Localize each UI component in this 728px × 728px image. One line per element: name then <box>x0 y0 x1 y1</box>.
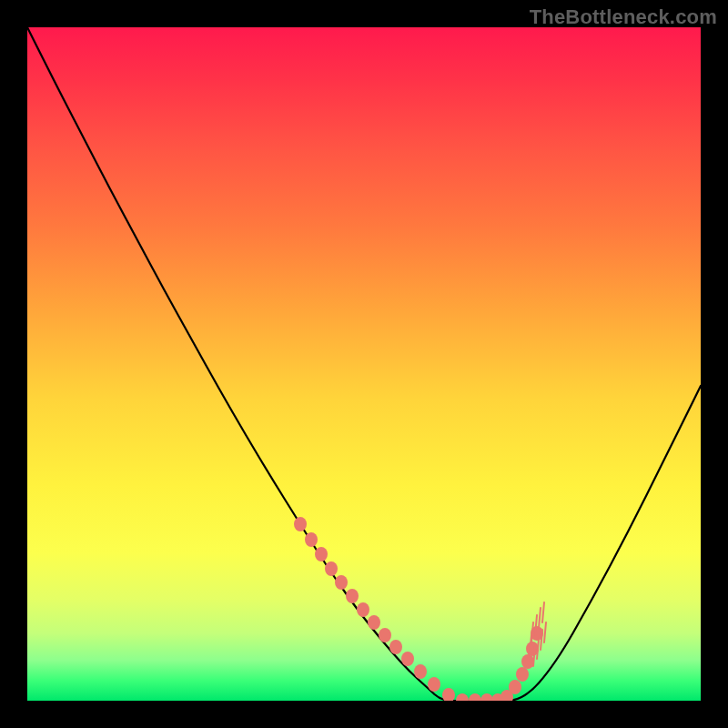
highlight-dot <box>414 664 427 679</box>
highlight-dot <box>325 561 338 576</box>
highlight-dot <box>401 652 414 666</box>
hatch-stroke <box>544 622 546 642</box>
highlight-dot <box>294 517 307 531</box>
highlight-dot <box>335 575 348 590</box>
hatch-stroke <box>537 639 539 659</box>
highlight-dots-group <box>294 517 543 701</box>
highlight-dot <box>509 680 521 694</box>
highlight-dot <box>357 602 369 617</box>
highlight-dot <box>442 688 455 701</box>
highlight-dot <box>469 693 481 701</box>
chart-plot-area <box>27 27 701 701</box>
highlight-dot <box>521 654 534 669</box>
highlight-dot <box>516 667 529 682</box>
watermark-text: TheBottleneck.com <box>530 5 717 29</box>
highlight-dot <box>428 677 440 692</box>
highlight-dot <box>456 693 469 701</box>
highlight-dot <box>480 693 493 701</box>
hatch-stroke <box>542 602 544 622</box>
chart-svg <box>27 27 701 701</box>
curve-group <box>27 27 701 701</box>
bottleneck-curve <box>27 27 701 701</box>
highlight-dot <box>389 640 402 654</box>
highlight-dot <box>379 628 391 642</box>
hatch-stroke <box>539 608 541 628</box>
hatch-stroke <box>531 622 533 642</box>
highlight-dot <box>315 547 328 561</box>
highlight-dot <box>346 589 359 603</box>
highlight-dot <box>368 615 380 630</box>
highlight-dot <box>305 532 318 547</box>
